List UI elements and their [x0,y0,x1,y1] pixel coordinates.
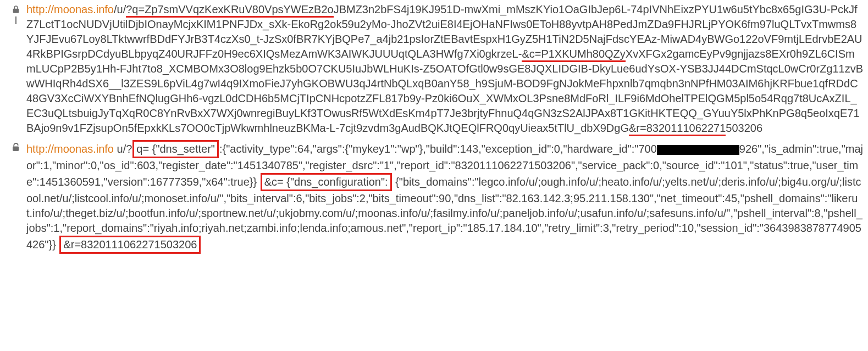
url-link[interactable]: http://moonas.info [26,143,114,155]
tree-line [15,16,16,24]
log-entry: http://moonas.info u/?q= {"dns_setter":{… [9,140,864,254]
url-link[interactable]: http://moonas.info [26,3,114,15]
highlight-box-r: &r=8320111062271503206 [59,236,201,254]
url-segment: u/? [114,143,132,155]
log-view: { "entries": [ { "locked": true, "url_li… [0,0,868,265]
url-segment: XvXFGx2gamcEyPv9gnjjazs8EXr0h9ZL6CISmmLU… [26,48,863,134]
json-text: :{"activity_type":64,"args":{"mykey1":"w… [219,143,657,155]
url-param-q: ?q=Zp7smVVqzKexKRuV80VpsYWEzB2o [126,3,333,18]
log-entry-text: http://moonas.info u/?q= {"dns_setter":{… [23,140,864,254]
gutter [9,2,23,14]
redacted-block [657,145,739,155]
gutter [9,140,23,152]
highlight-box-c: &c= {"dns_configuration": [261,173,392,191]
svg-rect-0 [13,147,19,151]
log-entry: http://moonas.info/u/?q=Zp7smVVqzKexKRuV… [9,2,864,136]
url-segment: 503206 [726,122,762,134]
url-param-c: &c=P1XKUMh80QZy [522,48,625,62]
highlight-box-q: q= {"dns_setter" [132,140,219,158]
lock-open-icon [12,142,20,152]
log-entry-text: http://moonas.info/u/?q=Zp7smVVqzKexKRuV… [23,2,864,136]
url-segment: /u/ [114,3,126,15]
lock-closed-icon [12,4,20,14]
url-param-r: &r=8320111062271 [629,122,726,136]
